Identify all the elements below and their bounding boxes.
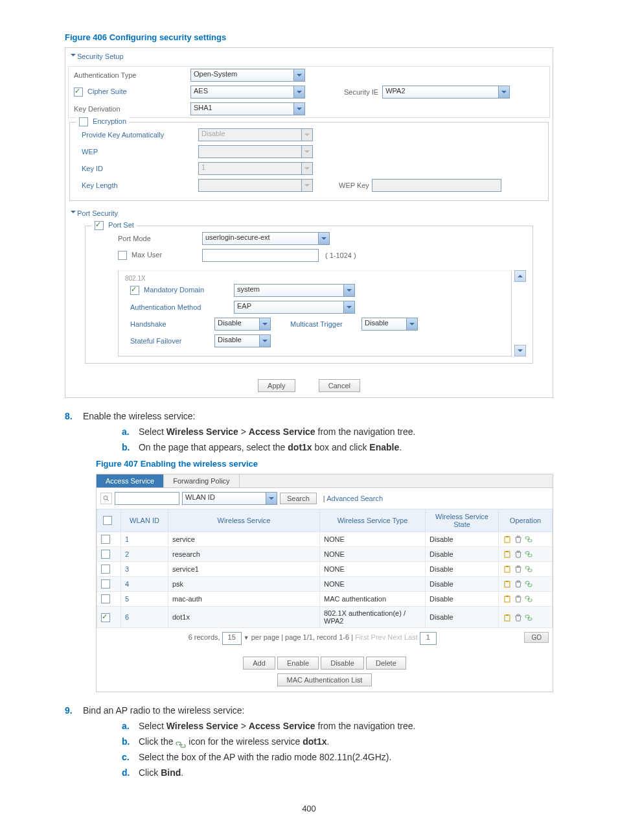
search-field-select[interactable]: WLAN ID [182, 492, 277, 505]
pka-select: Disable [198, 128, 313, 141]
mac-auth-list-button[interactable]: MAC Authentication List [277, 673, 372, 686]
trash-icon[interactable] [514, 613, 523, 622]
link-icon[interactable] [524, 535, 533, 544]
port-set-checkbox[interactable] [95, 221, 104, 230]
svg-rect-8 [505, 581, 510, 587]
row-checkbox[interactable] [101, 535, 110, 544]
chevron-down-icon [499, 86, 510, 99]
encryption-label: Encryption [93, 117, 126, 125]
trash-icon[interactable] [514, 594, 523, 603]
enable-button[interactable]: Enable [277, 657, 319, 670]
search-icon[interactable] [100, 493, 112, 504]
link-icon[interactable] [524, 594, 533, 603]
link-icon [176, 740, 186, 746]
mand-domain-select[interactable]: system [234, 284, 355, 297]
svg-rect-10 [505, 596, 510, 602]
chevron-down-icon [407, 318, 418, 331]
security-ie-select[interactable]: WPA2 [382, 86, 510, 99]
page-input[interactable]: 1 [420, 632, 437, 645]
8021x-fieldset: 802.1X Mandatory Domain system Authentic… [118, 270, 512, 356]
svg-rect-6 [505, 566, 510, 572]
table-row: 4pskNONEDisable [97, 577, 553, 592]
wlan-id: 6 [125, 613, 129, 621]
services-table: WLAN ID Wireless Service Wireless Servic… [97, 509, 553, 628]
row-checkbox[interactable] [101, 550, 110, 559]
scroll-down-icon[interactable] [514, 345, 526, 356]
row-checkbox[interactable] [101, 579, 110, 589]
tab-access-service[interactable]: Access Service [97, 474, 164, 487]
add-button[interactable]: Add [243, 657, 275, 670]
edit-icon[interactable] [503, 613, 512, 622]
collapse-icon[interactable] [71, 211, 76, 216]
page-number: 400 [65, 804, 553, 813]
trash-icon[interactable] [514, 550, 523, 559]
trash-icon[interactable] [514, 535, 523, 544]
link-icon[interactable] [524, 579, 533, 589]
cipher-suite-checkbox[interactable] [74, 88, 83, 97]
auth-method-select[interactable]: EAP [234, 301, 355, 314]
step-9d: d. Click Bind. [122, 767, 553, 778]
multicast-trigger-select[interactable]: Disable [361, 318, 418, 331]
row-checkbox[interactable] [101, 594, 110, 603]
service-type: 802.1X authentication(e) / WPA2 [320, 607, 426, 628]
stateful-failover-select[interactable]: Disable [214, 334, 271, 347]
tab-forwarding-policy[interactable]: Forwarding Policy [164, 474, 239, 487]
handshake-select[interactable]: Disable [214, 318, 271, 331]
per-page-input[interactable]: 15 [222, 632, 242, 645]
cipher-suite-select[interactable]: AES [190, 86, 305, 99]
service-state: Disable [426, 592, 499, 607]
max-user-range: ( 1-1024 ) [325, 251, 356, 259]
link-icon[interactable] [524, 565, 533, 574]
encryption-checkbox[interactable] [79, 117, 88, 126]
service-type: NONE [320, 562, 426, 577]
table-row: 2researchNONEDisable [97, 547, 553, 562]
step-9c: c. Select the box of the AP with the rad… [122, 752, 553, 762]
wlan-id: 1 [125, 535, 129, 543]
advanced-search-link[interactable]: Advanced Search [326, 495, 383, 502]
scroll-up-icon[interactable] [514, 270, 526, 282]
step-8a: a. Select Wireless Service > Access Serv… [122, 426, 553, 437]
key-length-select [198, 179, 313, 192]
link-icon[interactable] [524, 550, 533, 559]
edit-icon[interactable] [503, 550, 512, 559]
chevron-down-icon [260, 334, 271, 347]
edit-icon[interactable] [503, 579, 512, 589]
service-state: Disable [426, 607, 499, 628]
search-input[interactable] [115, 492, 179, 505]
service-state: Disable [426, 577, 499, 592]
search-button[interactable]: Search [280, 493, 317, 504]
trash-icon[interactable] [514, 565, 523, 574]
security-setup-header[interactable]: Security Setup [77, 52, 124, 60]
service-type: NONE [320, 577, 426, 592]
chevron-down-icon [302, 179, 313, 192]
key-deriv-select[interactable]: SHA1 [190, 102, 305, 115]
link-icon[interactable] [524, 613, 533, 622]
edit-icon[interactable] [503, 594, 512, 603]
mand-domain-checkbox[interactable] [130, 286, 139, 295]
trash-icon[interactable] [514, 579, 523, 589]
port-set-label: Port Set [108, 221, 134, 229]
auth-type-select[interactable]: Open-System [190, 69, 305, 82]
apply-button[interactable]: Apply [258, 379, 295, 392]
step-9b: b. Click the icon for the wireless servi… [122, 736, 553, 747]
chevron-down-icon [302, 128, 313, 141]
port-mode-select[interactable]: userlogin-secure-ext [202, 232, 330, 245]
wep-label: WEP [82, 148, 198, 156]
delete-button[interactable]: Delete [366, 657, 406, 670]
edit-icon[interactable] [503, 565, 512, 574]
row-checkbox[interactable] [101, 565, 110, 574]
wlan-id: 2 [125, 550, 129, 558]
edit-icon[interactable] [503, 535, 512, 544]
collapse-icon[interactable] [71, 54, 76, 59]
stateful-failover-label: Stateful Failover [130, 337, 214, 345]
table-row: 3service1NONEDisable [97, 562, 553, 577]
disable-button[interactable]: Disable [321, 657, 364, 670]
select-all-checkbox[interactable] [103, 516, 112, 525]
go-button[interactable]: GO [524, 632, 549, 643]
handshake-label: Handshake [130, 320, 214, 328]
max-user-input[interactable] [202, 249, 319, 262]
cancel-button[interactable]: Cancel [319, 379, 360, 392]
row-checkbox[interactable] [101, 613, 110, 622]
max-user-checkbox[interactable] [118, 251, 127, 260]
port-security-header[interactable]: Port Security [77, 209, 118, 217]
